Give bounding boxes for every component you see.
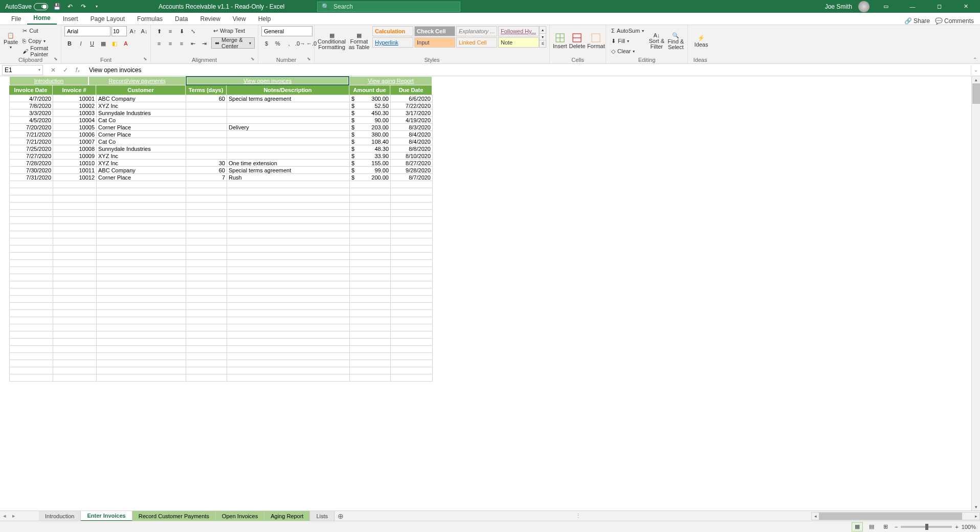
cell-customer[interactable]: Sunnydale Industries: [97, 109, 186, 117]
zoom-slider[interactable]: [901, 526, 952, 528]
style-hyperlink[interactable]: Hyperlink: [372, 37, 413, 48]
table-row-empty[interactable]: [10, 217, 433, 224]
style-linkedcell[interactable]: Linked Cell: [456, 37, 497, 48]
table-row[interactable]: 7/27/202010009XYZ Inc$33.908/10/2020: [10, 152, 433, 160]
save-icon[interactable]: 💾: [52, 2, 61, 11]
fill-color-button[interactable]: ◧: [109, 38, 120, 49]
search-box[interactable]: 🔍 Search: [317, 2, 460, 12]
decrease-font-icon[interactable]: A↓: [139, 26, 149, 36]
style-note[interactable]: Note: [498, 37, 539, 48]
cell-invoice-num[interactable]: 10004: [53, 117, 97, 124]
table-row-empty[interactable]: [10, 367, 433, 374]
cell-invoice-num[interactable]: 10002: [53, 102, 97, 109]
nav-link-record-view-payments[interactable]: Record/view payments: [88, 76, 186, 85]
undo-icon[interactable]: ↶: [65, 2, 75, 11]
table-row-empty[interactable]: [10, 203, 433, 210]
minimize-icon[interactable]: —: [902, 0, 923, 13]
cell-notes[interactable]: Special terms agreement: [227, 95, 350, 102]
formula-input[interactable]: [86, 65, 971, 75]
column-header[interactable]: Invoice #: [53, 85, 96, 95]
table-row[interactable]: 7/21/202010007Cat Co$108.408/4/2020: [10, 138, 433, 145]
orientation-icon[interactable]: ⤡: [188, 26, 198, 36]
cell-invoice-date[interactable]: 4/7/2020: [10, 95, 53, 102]
gallery-more-icon[interactable]: ⚟: [540, 40, 546, 47]
table-row-empty[interactable]: [10, 339, 433, 346]
table-row-empty[interactable]: [10, 310, 433, 317]
zoom-in-icon[interactable]: +: [955, 524, 958, 530]
cell-terms[interactable]: 30: [186, 160, 227, 167]
tab-options-icon[interactable]: ⋮: [575, 513, 581, 519]
ideas-button[interactable]: ⚡Ideas: [691, 26, 711, 56]
zoom-out-icon[interactable]: −: [895, 524, 898, 530]
number-format-select[interactable]: [261, 26, 313, 36]
cell-customer[interactable]: Cat Co: [97, 117, 186, 124]
ribbon-tab-formulas[interactable]: Formulas: [131, 13, 169, 25]
table-row-empty[interactable]: [10, 210, 433, 217]
percent-icon[interactable]: %: [273, 38, 283, 49]
insert-cells-button[interactable]: Insert: [553, 26, 567, 56]
cell-due-date[interactable]: 7/22/2020: [391, 102, 433, 109]
cell-terms[interactable]: [186, 152, 227, 160]
hscroll-left-icon[interactable]: ◂: [812, 514, 819, 519]
tab-prev-icon[interactable]: ◂: [0, 512, 9, 521]
nav-link-view-open-invoices[interactable]: View open invoices: [186, 76, 349, 85]
conditional-formatting-button[interactable]: ▦Conditional Formatting: [318, 26, 346, 56]
ribbon-tab-insert[interactable]: Insert: [57, 13, 84, 25]
format-cells-button[interactable]: Format: [587, 26, 605, 56]
expand-formula-bar-icon[interactable]: ⌄: [971, 65, 980, 75]
fill-button[interactable]: ⬇Fill▾: [609, 36, 646, 46]
column-header[interactable]: Terms (days): [186, 85, 227, 95]
cell-invoice-num[interactable]: 10007: [53, 138, 97, 145]
delete-cells-button[interactable]: Delete: [569, 26, 586, 56]
cell-amount[interactable]: $450.30: [350, 109, 391, 117]
add-sheet-icon[interactable]: ⊕: [335, 512, 347, 520]
cell-amount[interactable]: $48.30: [350, 145, 391, 152]
cell-terms[interactable]: [186, 124, 227, 131]
nav-link-view-aging-report[interactable]: View aging Report: [349, 76, 432, 85]
cell-invoice-date[interactable]: 3/3/2020: [10, 109, 53, 117]
clear-button[interactable]: ◇Clear▾: [609, 47, 646, 56]
table-row[interactable]: 4/7/202010001ABC Company60Special terms …: [10, 95, 433, 102]
autosave-switch[interactable]: Off: [34, 3, 48, 10]
horizontal-scrollbar[interactable]: ◂ ▸: [811, 512, 980, 520]
cell-customer[interactable]: Corner Place: [97, 174, 186, 181]
cell-due-date[interactable]: 8/7/2020: [391, 174, 433, 181]
style-followedhy[interactable]: Followed Hy...: [498, 26, 539, 36]
cell-amount[interactable]: $90.00: [350, 117, 391, 124]
ribbon-tab-help[interactable]: Help: [252, 13, 277, 25]
cut-button[interactable]: ✂Cut: [20, 26, 58, 35]
clipboard-launcher-icon[interactable]: ⬊: [54, 56, 60, 62]
cell-customer[interactable]: XYZ Inc: [97, 160, 186, 167]
cell-customer[interactable]: Corner Place: [97, 131, 186, 138]
cell-notes[interactable]: [227, 145, 350, 152]
table-row-empty[interactable]: [10, 360, 433, 367]
increase-decimal-icon[interactable]: .0→: [295, 38, 305, 49]
cell-invoice-date[interactable]: 7/20/2020: [10, 124, 53, 131]
ribbon-tab-view[interactable]: View: [227, 13, 252, 25]
sort-filter-button[interactable]: A↓Sort & Filter: [648, 26, 665, 56]
cell-notes[interactable]: [227, 102, 350, 109]
cell-notes[interactable]: [227, 131, 350, 138]
cell-invoice-num[interactable]: 10008: [53, 145, 97, 152]
paste-button[interactable]: 📋 Paste ▾: [3, 26, 18, 56]
cell-notes[interactable]: Rush: [227, 174, 350, 181]
cell-amount[interactable]: $33.90: [350, 152, 391, 160]
ribbon-tab-home[interactable]: Home: [27, 12, 56, 25]
table-row-empty[interactable]: [10, 246, 433, 253]
cell-invoice-date[interactable]: 7/31/2020: [10, 174, 53, 181]
borders-button[interactable]: ▦: [98, 38, 108, 49]
cell-due-date[interactable]: 8/4/2020: [391, 131, 433, 138]
qat-customize-icon[interactable]: ▾: [92, 2, 101, 11]
align-left-icon[interactable]: ≡: [154, 38, 164, 49]
scroll-thumb[interactable]: [972, 83, 980, 104]
cell-due-date[interactable]: 8/8/2020: [391, 145, 433, 152]
style-explanatory[interactable]: Explanatory ...: [456, 26, 497, 36]
table-row-empty[interactable]: [10, 253, 433, 260]
cell-terms[interactable]: [186, 145, 227, 152]
vertical-scrollbar[interactable]: ▴ ▾: [971, 76, 980, 511]
cell-invoice-num[interactable]: 10009: [53, 152, 97, 160]
cell-notes[interactable]: One time extension: [227, 160, 350, 167]
ribbon-tab-page-layout[interactable]: Page Layout: [84, 13, 131, 25]
cell-invoice-date[interactable]: 4/5/2020: [10, 117, 53, 124]
cell-amount[interactable]: $203.00: [350, 124, 391, 131]
